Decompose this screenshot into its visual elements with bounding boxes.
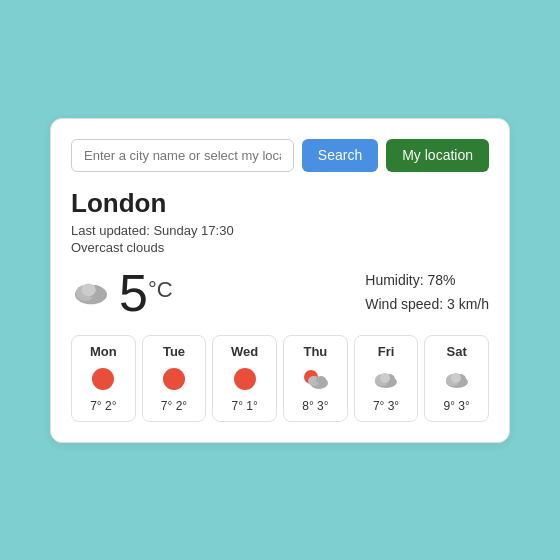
city-name: London <box>71 188 489 219</box>
weather-card: Search My location London Last updated: … <box>50 118 510 443</box>
condition-text: Overcast clouds <box>71 240 489 255</box>
temp-section: 5 °C <box>71 267 173 319</box>
forecast-day: Fri 7° 3° <box>354 335 419 422</box>
temperature-display: 5 °C <box>119 267 173 319</box>
day-label: Wed <box>231 344 258 359</box>
day-temps: 9° 3° <box>444 399 470 413</box>
search-row: Search My location <box>71 139 489 172</box>
search-input[interactable] <box>71 139 294 172</box>
cloud-icon <box>71 276 111 310</box>
svg-point-3 <box>81 283 95 296</box>
forecast-day: Mon7° 2° <box>71 335 136 422</box>
day-temps: 7° 2° <box>90 399 116 413</box>
weather-stats: Humidity: 78% Wind speed: 3 km/h <box>365 269 489 317</box>
svg-point-11 <box>380 373 390 383</box>
day-label: Tue <box>163 344 185 359</box>
day-icon <box>301 365 329 393</box>
wind-speed: Wind speed: 3 km/h <box>365 293 489 317</box>
day-icon <box>92 365 114 393</box>
day-label: Thu <box>303 344 327 359</box>
day-temps: 7° 1° <box>232 399 258 413</box>
my-location-button[interactable]: My location <box>386 139 489 172</box>
day-icon <box>234 365 256 393</box>
svg-point-15 <box>451 373 461 383</box>
forecast-row: Mon7° 2°Tue7° 2°Wed7° 1°Thu 8° 3°Fri 7° … <box>71 335 489 422</box>
day-temps: 7° 2° <box>161 399 187 413</box>
forecast-day: Wed7° 1° <box>212 335 277 422</box>
day-icon <box>372 365 400 393</box>
day-label: Fri <box>378 344 395 359</box>
day-temps: 8° 3° <box>302 399 328 413</box>
svg-point-7 <box>316 376 326 384</box>
day-icon <box>163 365 185 393</box>
current-weather: 5 °C Humidity: 78% Wind speed: 3 km/h <box>71 267 489 319</box>
day-label: Mon <box>90 344 117 359</box>
day-icon <box>443 365 471 393</box>
forecast-day: Sat 9° 3° <box>424 335 489 422</box>
day-label: Sat <box>447 344 467 359</box>
temp-value: 5 <box>119 267 148 319</box>
forecast-day: Tue7° 2° <box>142 335 207 422</box>
forecast-day: Thu 8° 3° <box>283 335 348 422</box>
humidity: Humidity: 78% <box>365 269 489 293</box>
last-updated: Last updated: Sunday 17:30 <box>71 223 489 238</box>
temp-unit: °C <box>148 277 173 303</box>
day-temps: 7° 3° <box>373 399 399 413</box>
search-button[interactable]: Search <box>302 139 378 172</box>
